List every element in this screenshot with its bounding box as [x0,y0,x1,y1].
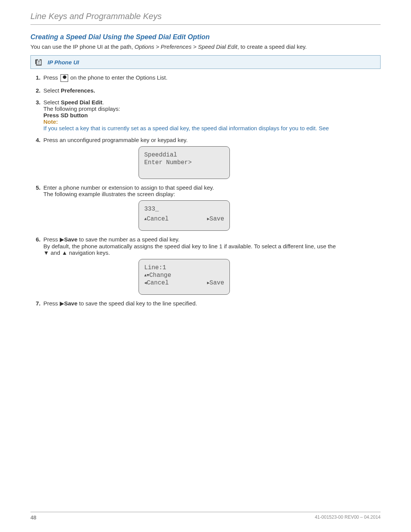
text: You can use the IP phone UI at the path, [30,43,135,50]
ip-phone-ui-label: IP Phone UI [48,59,79,66]
text: Select [43,87,61,94]
softkey-cancel: Cancel [147,216,169,222]
text: Press [43,236,60,243]
text: . [102,99,104,105]
text: , to create a speed dial key. [237,43,307,50]
lcd-line: Enter Number> [144,159,224,166]
softkey-save: Save [210,280,224,286]
step-number: 7. [36,300,41,307]
heading: Creating a Speed Dial Using the Speed Di… [30,33,381,41]
phone-icon [35,58,43,66]
ip-phone-ui-callout: IP Phone UI [30,55,381,69]
page: Line Keys and Programmable Keys Creating… [0,0,411,532]
svg-rect-3 [39,63,40,64]
step-number: 5. [36,184,41,191]
lcd-line: Speeddial [144,151,224,159]
section-title: Line Keys and Programmable Keys [30,11,381,21]
step-number: 1. [36,74,41,81]
step-number: 3. [36,99,41,105]
text: The following prompt displays: [43,105,120,112]
step-3: 3. Select Speed Dial Edit. The following… [36,99,381,131]
triangle-right-icon: ▶ [207,217,210,222]
text: to save the speed dial key to the line s… [78,300,197,307]
softkey-change: Change [149,272,171,279]
triangle-left-icon: ◀ [144,281,147,286]
triangle-up-icon: ▲ [62,249,67,256]
text: By default, the phone automatically assi… [43,243,336,249]
svg-rect-2 [38,63,38,64]
softkey-cancel: Cancel [147,280,169,286]
step-number: 4. [36,137,41,143]
text: Press an unconfigured programmable key o… [43,137,188,143]
prompt-text: Press SD button [43,112,381,118]
lcd-softkey-row: ◀Cancel ▶Save [144,279,224,287]
text: Select [43,99,61,105]
lcd-screen-1: Speeddial Enter Number> [139,146,230,179]
lcd-screen-3: Line:1 ▲▼Change ◀Cancel ▶Save [139,259,230,295]
triangle-down-icon: ▼ [43,249,49,256]
note-label: Note: [43,118,381,125]
doc-id: 41-001523-00 REV00 – 04.2014 [315,514,381,521]
note-text: If you select a key that is currently se… [43,125,381,131]
triangle-up-down-icon: ▲▼ [144,273,149,278]
triangle-right-icon: ▶ [207,281,210,286]
rule [30,24,381,25]
menu-path: Options > Preferences > Speed Dial Edit [135,43,237,50]
svg-rect-0 [38,62,38,63]
lcd-softkey-row: ▲Cancel ▶Save [144,215,224,223]
softkey-save: Save [210,216,224,222]
play-icon: ▶ [60,300,64,307]
lcd-line: Line:1 [144,264,224,272]
step-7: 7. Press ▶Save to save the speed dial ke… [36,300,381,307]
text: Enter a phone number or extension to ass… [43,184,214,191]
text: to save the number as a speed dial key. [78,236,180,243]
note-block: Press SD button Note: If you select a ke… [43,112,381,131]
step-number: 2. [36,87,41,94]
step-5: 5. Enter a phone number or extension to … [36,184,381,231]
text: Press [43,300,60,307]
text: on the phone to enter the Options List. [70,74,167,81]
footer: 48 41-001523-00 REV00 – 04.2014 [30,512,381,521]
page-number: 48 [30,514,37,521]
text-bold: Save [64,300,78,307]
lcd-screen-2: 333_ ▲Cancel ▶Save [139,200,230,231]
text: The following example illustrates the sc… [43,191,175,197]
step-4: 4. Press an unconfigured programmable ke… [36,137,381,179]
triangle-up-icon: ▲ [144,217,147,222]
text: Press [43,74,60,81]
intro-text: You can use the IP phone UI at the path,… [30,43,381,50]
step-number: 6. [36,236,41,243]
text-bold: Speed Dial Edit [61,99,102,105]
lcd-line: 333_ [144,205,224,213]
step-1: 1. Press on the phone to enter the Optio… [36,74,381,82]
step-6: 6. Press ▶Save to save the number as a s… [36,236,381,295]
steps-list: 1. Press on the phone to enter the Optio… [36,74,381,307]
options-key-icon [61,74,68,82]
text: and [49,249,62,256]
text-bold: Save [64,236,78,243]
svg-rect-1 [39,62,40,63]
text: navigation keys. [67,249,110,256]
step-2: 2. Select Preferences. [36,87,381,94]
play-icon: ▶ [60,236,64,243]
text-bold: Preferences. [61,87,95,94]
